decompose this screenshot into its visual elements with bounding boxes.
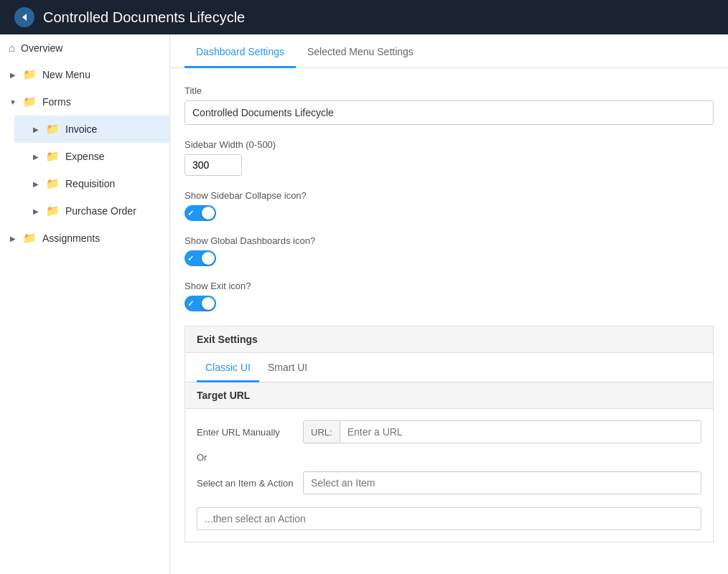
sidebar: ⌂ Overview ▶ 📁 New Menu ▼ 📁 Forms ▶ 📁 In… [0, 34, 170, 574]
show-sidebar-collapse-toggle[interactable]: ✓ [185, 205, 216, 221]
chevron-right-icon: ▶ [32, 125, 40, 133]
tab-classic-ui[interactable]: Classic UI [197, 353, 259, 382]
show-global-dashboards-toggle-wrap: ✓ [185, 250, 714, 266]
enter-url-label: Enter URL Manually [197, 427, 297, 438]
url-prefix-label: URL: [304, 422, 340, 443]
sidebar-item-invoice[interactable]: ▶ 📁 Invoice [14, 116, 169, 143]
select-item-row: Select an Item & Action [197, 471, 701, 494]
main-tabs-bar: Dashboard Settings Selected Menu Setting… [170, 34, 728, 68]
sidebar-item-label: Assignments [42, 232, 100, 244]
show-exit-label: Show Exit icon? [185, 281, 714, 291]
show-exit-toggle-wrap: ✓ [185, 296, 714, 311]
sidebar-width-field-group: Sidebar Width (0-500) [185, 139, 714, 176]
sidebar-item-purchase-order[interactable]: ▶ 📁 Purchase Order [14, 197, 169, 225]
chevron-right-icon: ▶ [32, 207, 40, 215]
tab-dashboard-settings[interactable]: Dashboard Settings [185, 34, 296, 68]
sidebar-item-forms[interactable]: ▼ 📁 Forms [0, 88, 169, 116]
chevron-right-icon: ▶ [9, 70, 17, 79]
select-item-input[interactable] [303, 471, 701, 494]
exit-settings-panel: Exit Settings Classic UI Smart UI Target… [185, 326, 714, 542]
folder-icon: 📁 [23, 68, 37, 81]
show-sidebar-collapse-toggle-wrap: ✓ [185, 205, 714, 221]
sidebar-sub-forms: ▶ 📁 Invoice ▶ 📁 Expense ▶ 📁 Requisition … [0, 116, 169, 225]
show-sidebar-collapse-field-group: Show Sidebar Collapse icon? ✓ [185, 190, 714, 221]
sidebar-item-requisition[interactable]: ▶ 📁 Requisition [14, 170, 169, 197]
folder-icon: 📁 [23, 232, 37, 245]
content-area: Dashboard Settings Selected Menu Setting… [170, 34, 728, 574]
check-mark-icon: ✓ [187, 254, 194, 263]
sidebar-width-input[interactable] [185, 154, 242, 176]
title-input[interactable] [185, 100, 714, 125]
check-mark-icon: ✓ [187, 209, 194, 218]
home-icon: ⌂ [9, 42, 15, 54]
target-url-header: Target URL [185, 382, 713, 409]
show-exit-field-group: Show Exit icon? ✓ [185, 281, 714, 311]
back-button[interactable] [14, 7, 34, 27]
sidebar-item-label: Expense [65, 151, 104, 162]
chevron-right-icon: ▶ [32, 179, 40, 188]
target-url-section: Target URL Enter URL Manually URL: Or [185, 382, 713, 542]
exit-tabs-bar: Classic UI Smart UI [185, 353, 713, 382]
sidebar-item-label: Purchase Order [65, 205, 136, 217]
show-global-dashboards-toggle[interactable]: ✓ [185, 250, 216, 266]
sidebar-item-overview[interactable]: ⌂ Overview [0, 34, 169, 61]
url-form: Enter URL Manually URL: Or Select an Ite… [185, 409, 713, 542]
toggle-knob [202, 252, 215, 265]
url-input-wrap: URL: [303, 420, 701, 443]
show-global-dashboards-label: Show Global Dashboards icon? [185, 235, 714, 246]
sidebar-item-label: Overview [21, 42, 62, 54]
exit-settings-header: Exit Settings [185, 326, 713, 353]
or-divider-text: Or [197, 452, 701, 463]
url-text-input[interactable] [340, 421, 701, 443]
app-title: Controlled Documents Lifecycle [43, 9, 245, 26]
chevron-right-icon: ▶ [32, 152, 40, 161]
show-sidebar-collapse-label: Show Sidebar Collapse icon? [185, 190, 714, 201]
title-field-group: Title [185, 85, 714, 125]
sidebar-item-assignments[interactable]: ▶ 📁 Assignments [0, 225, 169, 252]
settings-content: Title Sidebar Width (0-500) Show Sidebar… [170, 68, 728, 560]
folder-icon: 📁 [46, 177, 60, 190]
toggle-knob [202, 297, 215, 310]
show-exit-toggle[interactable]: ✓ [185, 296, 216, 311]
select-action-input[interactable] [197, 507, 701, 530]
sidebar-width-label: Sidebar Width (0-500) [185, 139, 714, 150]
sidebar-item-label: New Menu [42, 69, 90, 80]
tab-selected-menu-settings[interactable]: Selected Menu Settings [296, 34, 425, 68]
sidebar-item-new-menu[interactable]: ▶ 📁 New Menu [0, 61, 169, 88]
select-item-label: Select an Item & Action [197, 478, 297, 489]
tab-smart-ui[interactable]: Smart UI [259, 353, 316, 382]
chevron-down-icon: ▼ [9, 98, 17, 106]
sidebar-item-label: Invoice [65, 123, 97, 135]
sidebar-item-label: Requisition [65, 178, 115, 189]
folder-icon: 📁 [46, 204, 60, 217]
check-mark-icon: ✓ [187, 299, 194, 309]
folder-icon: 📁 [46, 150, 60, 163]
main-layout: ⌂ Overview ▶ 📁 New Menu ▼ 📁 Forms ▶ 📁 In… [0, 34, 728, 574]
toggle-knob [202, 207, 215, 220]
folder-icon: 📁 [46, 123, 60, 136]
folder-icon: 📁 [23, 95, 37, 108]
enter-url-row: Enter URL Manually URL: [197, 420, 701, 443]
chevron-right-icon: ▶ [9, 234, 17, 243]
top-header: Controlled Documents Lifecycle [0, 0, 728, 34]
show-global-dashboards-field-group: Show Global Dashboards icon? ✓ [185, 235, 714, 266]
sidebar-item-expense[interactable]: ▶ 📁 Expense [14, 143, 169, 170]
svg-marker-0 [22, 14, 27, 21]
title-label: Title [185, 85, 714, 96]
sidebar-item-label: Forms [42, 96, 71, 108]
